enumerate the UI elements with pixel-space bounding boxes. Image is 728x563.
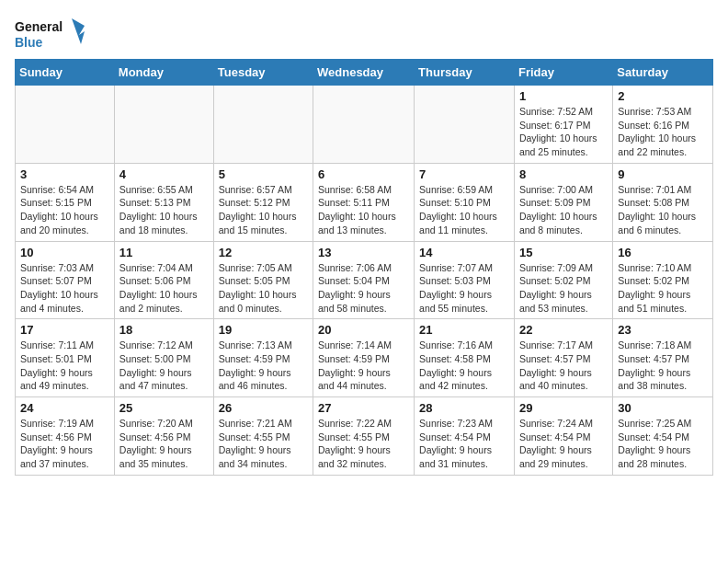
- day-number: 29: [519, 401, 608, 415]
- calendar-cell: 29Sunrise: 7:24 AM Sunset: 4:54 PM Dayli…: [514, 397, 612, 476]
- calendar: SundayMondayTuesdayWednesdayThursdayFrid…: [15, 59, 713, 476]
- day-info: Sunrise: 7:12 AM Sunset: 5:00 PM Dayligh…: [119, 339, 209, 393]
- day-info: Sunrise: 7:52 AM Sunset: 6:17 PM Dayligh…: [519, 105, 608, 159]
- day-number: 15: [519, 246, 608, 259]
- day-number: 17: [20, 323, 109, 337]
- day-number: 14: [419, 246, 509, 259]
- calendar-cell: 3Sunrise: 6:54 AM Sunset: 5:15 PM Daylig…: [16, 163, 115, 241]
- logo: GeneralBlue: [15, 15, 88, 52]
- weekday-header-saturday: Saturday: [613, 60, 713, 86]
- day-info: Sunrise: 7:53 AM Sunset: 6:16 PM Dayligh…: [618, 105, 708, 159]
- day-info: Sunrise: 7:10 AM Sunset: 5:02 PM Dayligh…: [618, 261, 708, 316]
- day-info: Sunrise: 7:22 AM Sunset: 4:55 PM Dayligh…: [318, 417, 409, 471]
- day-info: Sunrise: 7:19 AM Sunset: 4:56 PM Dayligh…: [20, 417, 109, 471]
- calendar-cell: 17Sunrise: 7:11 AM Sunset: 5:01 PM Dayli…: [16, 319, 115, 397]
- weekday-header-thursday: Thursday: [415, 60, 515, 86]
- weekday-header-monday: Monday: [114, 60, 213, 86]
- day-info: Sunrise: 6:57 AM Sunset: 5:12 PM Dayligh…: [219, 183, 308, 237]
- day-number: 19: [219, 323, 308, 337]
- day-number: 16: [618, 246, 708, 259]
- header: GeneralBlue: [15, 15, 713, 52]
- calendar-cell: 25Sunrise: 7:20 AM Sunset: 4:56 PM Dayli…: [114, 397, 213, 476]
- week-row-2: 3Sunrise: 6:54 AM Sunset: 5:15 PM Daylig…: [16, 163, 713, 241]
- day-number: 3: [20, 167, 109, 181]
- calendar-cell: 26Sunrise: 7:21 AM Sunset: 4:55 PM Dayli…: [213, 397, 313, 476]
- day-number: 13: [318, 246, 409, 259]
- day-info: Sunrise: 7:06 AM Sunset: 5:04 PM Dayligh…: [318, 261, 409, 316]
- day-number: 25: [119, 401, 209, 415]
- calendar-cell: 9Sunrise: 7:01 AM Sunset: 5:08 PM Daylig…: [613, 163, 713, 241]
- day-info: Sunrise: 7:01 AM Sunset: 5:08 PM Dayligh…: [618, 183, 708, 237]
- day-info: Sunrise: 7:07 AM Sunset: 5:03 PM Dayligh…: [419, 261, 509, 316]
- weekday-header-wednesday: Wednesday: [313, 60, 415, 86]
- day-info: Sunrise: 7:25 AM Sunset: 4:54 PM Dayligh…: [618, 417, 708, 471]
- calendar-cell: 16Sunrise: 7:10 AM Sunset: 5:02 PM Dayli…: [613, 241, 713, 319]
- day-info: Sunrise: 7:09 AM Sunset: 5:02 PM Dayligh…: [519, 261, 608, 316]
- day-number: 23: [618, 323, 708, 337]
- day-number: 9: [618, 167, 708, 181]
- calendar-cell: 27Sunrise: 7:22 AM Sunset: 4:55 PM Dayli…: [313, 397, 415, 476]
- day-number: 5: [219, 167, 308, 181]
- day-number: 1: [519, 89, 608, 103]
- day-number: 18: [119, 323, 209, 337]
- calendar-cell: [313, 86, 415, 164]
- day-number: 12: [219, 246, 308, 259]
- day-number: 11: [119, 246, 209, 259]
- calendar-cell: 22Sunrise: 7:17 AM Sunset: 4:57 PM Dayli…: [514, 319, 612, 397]
- day-info: Sunrise: 7:04 AM Sunset: 5:06 PM Dayligh…: [119, 261, 209, 316]
- day-number: 30: [618, 401, 708, 415]
- day-number: 26: [219, 401, 308, 415]
- svg-marker-2: [72, 18, 85, 44]
- day-number: 4: [119, 167, 209, 181]
- calendar-cell: [415, 86, 515, 164]
- day-info: Sunrise: 6:55 AM Sunset: 5:13 PM Dayligh…: [119, 183, 209, 237]
- day-number: 10: [20, 246, 109, 259]
- day-number: 8: [519, 167, 608, 181]
- day-info: Sunrise: 7:18 AM Sunset: 4:57 PM Dayligh…: [618, 339, 708, 393]
- day-info: Sunrise: 6:59 AM Sunset: 5:10 PM Dayligh…: [419, 183, 509, 237]
- day-number: 20: [318, 323, 409, 337]
- calendar-cell: 7Sunrise: 6:59 AM Sunset: 5:10 PM Daylig…: [415, 163, 515, 241]
- day-info: Sunrise: 7:13 AM Sunset: 4:59 PM Dayligh…: [219, 339, 308, 393]
- calendar-cell: [16, 86, 115, 164]
- calendar-cell: 2Sunrise: 7:53 AM Sunset: 6:16 PM Daylig…: [613, 86, 713, 164]
- day-info: Sunrise: 7:11 AM Sunset: 5:01 PM Dayligh…: [20, 339, 109, 393]
- calendar-cell: [213, 86, 313, 164]
- calendar-cell: 10Sunrise: 7:03 AM Sunset: 5:07 PM Dayli…: [16, 241, 115, 319]
- day-number: 28: [419, 401, 509, 415]
- calendar-cell: 5Sunrise: 6:57 AM Sunset: 5:12 PM Daylig…: [213, 163, 313, 241]
- calendar-cell: 14Sunrise: 7:07 AM Sunset: 5:03 PM Dayli…: [415, 241, 515, 319]
- svg-text:General: General: [15, 19, 63, 34]
- week-row-4: 17Sunrise: 7:11 AM Sunset: 5:01 PM Dayli…: [16, 319, 713, 397]
- day-info: Sunrise: 7:23 AM Sunset: 4:54 PM Dayligh…: [419, 417, 509, 471]
- calendar-cell: 19Sunrise: 7:13 AM Sunset: 4:59 PM Dayli…: [213, 319, 313, 397]
- day-number: 2: [618, 89, 708, 103]
- day-info: Sunrise: 6:54 AM Sunset: 5:15 PM Dayligh…: [20, 183, 109, 237]
- weekday-header-sunday: Sunday: [16, 60, 115, 86]
- logo-svg: GeneralBlue: [15, 15, 88, 52]
- calendar-cell: 12Sunrise: 7:05 AM Sunset: 5:05 PM Dayli…: [213, 241, 313, 319]
- day-number: 6: [318, 167, 409, 181]
- day-info: Sunrise: 7:16 AM Sunset: 4:58 PM Dayligh…: [419, 339, 509, 393]
- day-info: Sunrise: 7:14 AM Sunset: 4:59 PM Dayligh…: [318, 339, 409, 393]
- day-number: 7: [419, 167, 509, 181]
- calendar-cell: 11Sunrise: 7:04 AM Sunset: 5:06 PM Dayli…: [114, 241, 213, 319]
- calendar-cell: 8Sunrise: 7:00 AM Sunset: 5:09 PM Daylig…: [514, 163, 612, 241]
- calendar-cell: 6Sunrise: 6:58 AM Sunset: 5:11 PM Daylig…: [313, 163, 415, 241]
- calendar-cell: 1Sunrise: 7:52 AM Sunset: 6:17 PM Daylig…: [514, 86, 612, 164]
- day-number: 22: [519, 323, 608, 337]
- day-number: 21: [419, 323, 509, 337]
- svg-text:Blue: Blue: [15, 35, 43, 50]
- day-info: Sunrise: 7:24 AM Sunset: 4:54 PM Dayligh…: [519, 417, 608, 471]
- calendar-cell: 21Sunrise: 7:16 AM Sunset: 4:58 PM Dayli…: [415, 319, 515, 397]
- day-info: Sunrise: 7:05 AM Sunset: 5:05 PM Dayligh…: [219, 261, 308, 316]
- calendar-cell: 20Sunrise: 7:14 AM Sunset: 4:59 PM Dayli…: [313, 319, 415, 397]
- calendar-cell: 15Sunrise: 7:09 AM Sunset: 5:02 PM Dayli…: [514, 241, 612, 319]
- calendar-cell: 13Sunrise: 7:06 AM Sunset: 5:04 PM Dayli…: [313, 241, 415, 319]
- calendar-cell: 18Sunrise: 7:12 AM Sunset: 5:00 PM Dayli…: [114, 319, 213, 397]
- weekday-header-row: SundayMondayTuesdayWednesdayThursdayFrid…: [16, 60, 713, 86]
- day-info: Sunrise: 7:20 AM Sunset: 4:56 PM Dayligh…: [119, 417, 209, 471]
- week-row-3: 10Sunrise: 7:03 AM Sunset: 5:07 PM Dayli…: [16, 241, 713, 319]
- day-info: Sunrise: 7:00 AM Sunset: 5:09 PM Dayligh…: [519, 183, 608, 237]
- day-info: Sunrise: 7:17 AM Sunset: 4:57 PM Dayligh…: [519, 339, 608, 393]
